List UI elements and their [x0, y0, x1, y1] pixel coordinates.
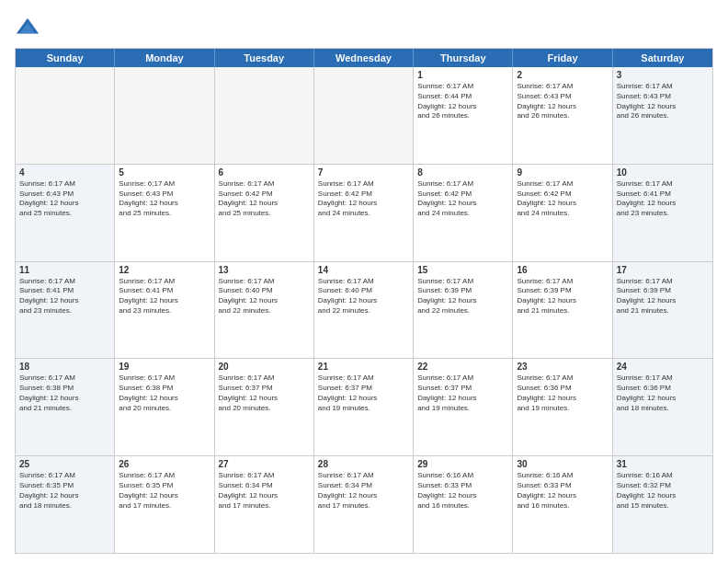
cell-info: Sunrise: 6:17 AM Sunset: 6:43 PM Dayligh… [119, 179, 210, 219]
day-number: 31 [617, 459, 709, 469]
cell-info: Sunrise: 6:17 AM Sunset: 6:39 PM Dayligh… [417, 277, 508, 316]
cal-cell-24: 24Sunrise: 6:17 AM Sunset: 6:36 PM Dayli… [613, 359, 712, 455]
day-number: 2 [517, 70, 608, 80]
cal-cell-3: 3Sunrise: 6:17 AM Sunset: 6:43 PM Daylig… [613, 67, 712, 164]
cal-cell-25: 25Sunrise: 6:17 AM Sunset: 6:35 PM Dayli… [16, 456, 115, 553]
cal-cell-15: 15Sunrise: 6:17 AM Sunset: 6:39 PM Dayli… [414, 262, 513, 359]
cell-info: Sunrise: 6:17 AM Sunset: 6:39 PM Dayligh… [617, 277, 709, 316]
logo [15, 15, 44, 40]
cal-cell-27: 27Sunrise: 6:17 AM Sunset: 6:34 PM Dayli… [215, 456, 314, 553]
header-day-tuesday: Tuesday [215, 49, 314, 67]
cell-info: Sunrise: 6:17 AM Sunset: 6:41 PM Dayligh… [617, 179, 709, 219]
calendar-row-3: 18Sunrise: 6:17 AM Sunset: 6:38 PM Dayli… [16, 358, 712, 455]
cal-cell-16: 16Sunrise: 6:17 AM Sunset: 6:39 PM Dayli… [513, 262, 612, 359]
cell-info: Sunrise: 6:17 AM Sunset: 6:34 PM Dayligh… [318, 471, 409, 511]
cal-cell-28: 28Sunrise: 6:17 AM Sunset: 6:34 PM Dayli… [314, 456, 414, 553]
cell-info: Sunrise: 6:17 AM Sunset: 6:37 PM Dayligh… [318, 373, 409, 413]
cal-cell-18: 18Sunrise: 6:17 AM Sunset: 6:38 PM Dayli… [16, 359, 115, 455]
calendar-row-4: 25Sunrise: 6:17 AM Sunset: 6:35 PM Dayli… [16, 455, 712, 553]
day-number: 8 [417, 167, 508, 178]
cal-cell-23: 23Sunrise: 6:17 AM Sunset: 6:36 PM Dayli… [513, 359, 612, 455]
cal-cell-19: 19Sunrise: 6:17 AM Sunset: 6:38 PM Dayli… [115, 359, 214, 455]
cal-cell-26: 26Sunrise: 6:17 AM Sunset: 6:35 PM Dayli… [115, 456, 214, 553]
cell-info: Sunrise: 6:17 AM Sunset: 6:44 PM Dayligh… [417, 82, 508, 121]
cell-info: Sunrise: 6:17 AM Sunset: 6:37 PM Dayligh… [417, 373, 508, 413]
day-number: 22 [417, 362, 508, 372]
day-number: 12 [119, 265, 210, 275]
cal-cell-8: 8Sunrise: 6:17 AM Sunset: 6:42 PM Daylig… [414, 165, 513, 261]
day-number: 26 [119, 459, 210, 469]
day-number: 11 [19, 265, 110, 275]
day-number: 27 [219, 459, 310, 469]
day-number: 30 [517, 459, 608, 469]
cal-cell-12: 12Sunrise: 6:17 AM Sunset: 6:41 PM Dayli… [115, 262, 214, 359]
cell-info: Sunrise: 6:16 AM Sunset: 6:33 PM Dayligh… [417, 471, 508, 511]
cell-info: Sunrise: 6:17 AM Sunset: 6:36 PM Dayligh… [517, 373, 608, 413]
cal-cell-7: 7Sunrise: 6:17 AM Sunset: 6:42 PM Daylig… [314, 165, 414, 261]
cal-cell-20: 20Sunrise: 6:17 AM Sunset: 6:37 PM Dayli… [215, 359, 314, 455]
cal-cell-22: 22Sunrise: 6:17 AM Sunset: 6:37 PM Dayli… [414, 359, 513, 455]
cal-cell-29: 29Sunrise: 6:16 AM Sunset: 6:33 PM Dayli… [414, 456, 513, 553]
cal-cell-empty [314, 67, 414, 164]
page: SundayMondayTuesdayWednesdayThursdayFrid… [0, 0, 728, 563]
cell-info: Sunrise: 6:17 AM Sunset: 6:43 PM Dayligh… [517, 82, 608, 121]
calendar: SundayMondayTuesdayWednesdayThursdayFrid… [15, 48, 713, 554]
day-number: 3 [617, 70, 709, 80]
cell-info: Sunrise: 6:17 AM Sunset: 6:42 PM Dayligh… [417, 179, 508, 219]
cell-info: Sunrise: 6:17 AM Sunset: 6:39 PM Dayligh… [517, 277, 608, 316]
day-number: 4 [19, 167, 110, 178]
cal-cell-empty [115, 67, 214, 164]
cell-info: Sunrise: 6:16 AM Sunset: 6:33 PM Dayligh… [517, 471, 608, 511]
header-day-wednesday: Wednesday [314, 49, 414, 67]
cal-cell-10: 10Sunrise: 6:17 AM Sunset: 6:41 PM Dayli… [613, 165, 712, 261]
cal-cell-13: 13Sunrise: 6:17 AM Sunset: 6:40 PM Dayli… [215, 262, 314, 359]
cal-cell-6: 6Sunrise: 6:17 AM Sunset: 6:42 PM Daylig… [215, 165, 314, 261]
day-number: 23 [517, 362, 608, 372]
cal-cell-14: 14Sunrise: 6:17 AM Sunset: 6:40 PM Dayli… [314, 262, 414, 359]
day-number: 17 [617, 265, 709, 275]
day-number: 20 [219, 362, 310, 372]
day-number: 21 [318, 362, 409, 372]
calendar-row-2: 11Sunrise: 6:17 AM Sunset: 6:41 PM Dayli… [16, 261, 712, 359]
header-day-saturday: Saturday [613, 49, 712, 67]
cal-cell-2: 2Sunrise: 6:17 AM Sunset: 6:43 PM Daylig… [513, 67, 612, 164]
cal-cell-empty [215, 67, 314, 164]
day-number: 5 [119, 167, 210, 178]
day-number: 10 [617, 167, 709, 178]
day-number: 29 [417, 459, 508, 469]
cell-info: Sunrise: 6:17 AM Sunset: 6:38 PM Dayligh… [19, 373, 110, 413]
day-number: 13 [219, 265, 310, 275]
cell-info: Sunrise: 6:17 AM Sunset: 6:42 PM Dayligh… [517, 179, 608, 219]
cal-cell-31: 31Sunrise: 6:16 AM Sunset: 6:32 PM Dayli… [613, 456, 712, 553]
cell-info: Sunrise: 6:17 AM Sunset: 6:41 PM Dayligh… [119, 277, 210, 316]
day-number: 9 [517, 167, 608, 178]
header-day-monday: Monday [115, 49, 214, 67]
day-number: 16 [517, 265, 608, 275]
cell-info: Sunrise: 6:17 AM Sunset: 6:37 PM Dayligh… [219, 373, 310, 413]
cell-info: Sunrise: 6:17 AM Sunset: 6:36 PM Dayligh… [617, 373, 709, 413]
cell-info: Sunrise: 6:17 AM Sunset: 6:43 PM Dayligh… [617, 82, 709, 121]
cell-info: Sunrise: 6:17 AM Sunset: 6:42 PM Dayligh… [219, 179, 310, 219]
day-number: 6 [219, 167, 310, 178]
cell-info: Sunrise: 6:17 AM Sunset: 6:41 PM Dayligh… [19, 277, 110, 316]
cell-info: Sunrise: 6:17 AM Sunset: 6:35 PM Dayligh… [119, 471, 210, 511]
calendar-row-1: 4Sunrise: 6:17 AM Sunset: 6:43 PM Daylig… [16, 164, 712, 261]
header [15, 15, 713, 40]
cell-info: Sunrise: 6:17 AM Sunset: 6:38 PM Dayligh… [119, 373, 210, 413]
cal-cell-30: 30Sunrise: 6:16 AM Sunset: 6:33 PM Dayli… [513, 456, 612, 553]
day-number: 1 [417, 70, 508, 80]
cell-info: Sunrise: 6:17 AM Sunset: 6:43 PM Dayligh… [19, 179, 110, 219]
day-number: 19 [119, 362, 210, 372]
day-number: 15 [417, 265, 508, 275]
cal-cell-21: 21Sunrise: 6:17 AM Sunset: 6:37 PM Dayli… [314, 359, 414, 455]
cell-info: Sunrise: 6:17 AM Sunset: 6:40 PM Dayligh… [219, 277, 310, 316]
day-number: 7 [318, 167, 409, 178]
header-day-sunday: Sunday [16, 49, 115, 67]
cell-info: Sunrise: 6:17 AM Sunset: 6:34 PM Dayligh… [219, 471, 310, 511]
cal-cell-5: 5Sunrise: 6:17 AM Sunset: 6:43 PM Daylig… [115, 165, 214, 261]
day-number: 18 [19, 362, 110, 372]
cal-cell-4: 4Sunrise: 6:17 AM Sunset: 6:43 PM Daylig… [16, 165, 115, 261]
calendar-header: SundayMondayTuesdayWednesdayThursdayFrid… [16, 49, 712, 67]
cal-cell-1: 1Sunrise: 6:17 AM Sunset: 6:44 PM Daylig… [414, 67, 513, 164]
day-number: 25 [19, 459, 110, 469]
